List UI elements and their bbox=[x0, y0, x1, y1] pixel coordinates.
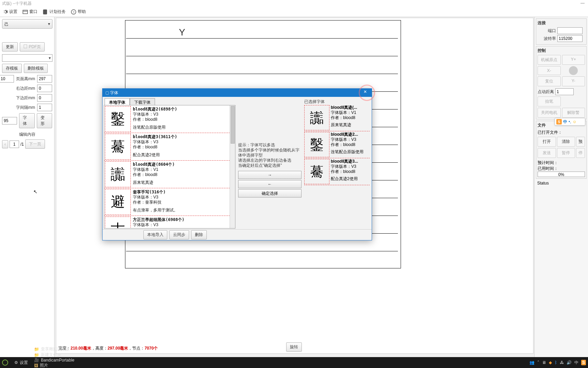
y-plus-button[interactable]: Y+ bbox=[562, 55, 585, 65]
font-item[interactable]: 鑿 blood8真迹2(6898个) 字体版本：V3 作者：blood8 连笔配… bbox=[104, 105, 235, 133]
clear-button[interactable]: 清除 bbox=[557, 137, 575, 147]
font-name: 方正兰亭超细黑体(6908个) bbox=[133, 217, 184, 222]
reset-button[interactable]: 复位 bbox=[538, 76, 561, 86]
local-import-button[interactable]: 本地导入 bbox=[143, 230, 167, 239]
font-note: 原来笔真迹 bbox=[133, 180, 175, 185]
delete-template-button[interactable]: 删除模板 bbox=[24, 64, 48, 73]
font-item[interactable]: 避 奎享手写(316个) 字体版本：V3 作者：奎享科技 有点潦草，多用于测试。 bbox=[104, 188, 235, 216]
x-minus-button[interactable]: X- bbox=[538, 66, 561, 75]
clear-alarm-button[interactable]: 解除警 bbox=[562, 108, 585, 118]
status-label: Status bbox=[536, 180, 587, 186]
toolbar-window[interactable]: 窗口 bbox=[22, 9, 37, 15]
transform-button[interactable]: 变形 bbox=[37, 113, 52, 128]
confirm-select-button[interactable]: 确定选择 bbox=[238, 189, 301, 197]
glyph-preview: 古 bbox=[105, 217, 131, 229]
open-button[interactable]: 打开 bbox=[538, 137, 556, 147]
taskbar-settings[interactable]: ⚙设置 bbox=[14, 360, 28, 366]
ime-emoji-icon[interactable]: ☺ bbox=[573, 119, 577, 124]
jog-input[interactable] bbox=[555, 88, 574, 95]
tray-monitor-icon[interactable]: 🖥 bbox=[542, 360, 546, 365]
font-note: 连笔配合原版使用 bbox=[133, 125, 177, 130]
font-button[interactable]: 字体 bbox=[19, 113, 35, 128]
cloud-sync-button[interactable]: 云同步 bbox=[169, 230, 189, 239]
taskbar-app[interactable]: 🎥BandicamPortable bbox=[34, 358, 75, 363]
send-button[interactable]: 发送 bbox=[538, 148, 556, 158]
stop-button[interactable]: 停 bbox=[576, 148, 585, 158]
font-name: 奎享手写(316个) bbox=[133, 190, 178, 195]
port-input[interactable] bbox=[557, 27, 583, 34]
update-button[interactable]: 更新 bbox=[2, 42, 18, 51]
tray-volume-icon[interactable]: 🔊 bbox=[567, 360, 572, 365]
taskbar-app[interactable]: 🖼照片 bbox=[34, 363, 75, 368]
taskbar[interactable]: ⚙设置 📁奎享雕刻正式版📁新建文件夹🎥BandicamPortable🖼照片⏺B… bbox=[0, 357, 588, 368]
ime-toolbar[interactable]: S 中 •, ☺ bbox=[555, 118, 585, 126]
gear-icon: ⚙ bbox=[14, 360, 18, 365]
tray-sogou-icon[interactable]: S bbox=[581, 360, 586, 365]
char-gap-input[interactable] bbox=[37, 104, 52, 111]
tray-up-icon[interactable]: ˄ bbox=[537, 360, 539, 365]
pause-button[interactable]: 暂停 bbox=[557, 148, 575, 158]
page-total-label: /1 bbox=[20, 142, 24, 147]
dialog-titlebar[interactable]: ▢ 字体 ✕ bbox=[103, 89, 372, 97]
y-minus-button[interactable]: Y- bbox=[562, 76, 585, 86]
font-name: blood8真迹2... bbox=[331, 132, 363, 137]
margin-right-label: 右边距mm bbox=[16, 86, 35, 91]
pen-up-button[interactable]: 抬笔 bbox=[538, 97, 561, 106]
margin-right-input[interactable] bbox=[37, 85, 52, 92]
move-right-button[interactable]: → bbox=[238, 171, 301, 179]
tray-network-icon[interactable]: 🖧 bbox=[560, 360, 564, 365]
toolbar-help[interactable]: ? 帮助 bbox=[71, 9, 86, 15]
selected-font-item[interactable]: 鑿 blood8真迹2... 字体版本：V3 作者：blood8 连笔配合原版使… bbox=[304, 131, 370, 158]
dialog-close-button[interactable]: ✕ bbox=[361, 89, 369, 96]
font-note: 配合真迹2使用 bbox=[331, 176, 358, 181]
home-button[interactable]: 机械原点 bbox=[538, 55, 561, 65]
rotate-button[interactable]: 旋转 bbox=[286, 342, 302, 352]
tray-people-icon[interactable]: 👥 bbox=[529, 360, 535, 365]
motor-off-button[interactable]: 关闭电机 bbox=[538, 108, 561, 118]
tray-ime-label[interactable]: 中 bbox=[574, 360, 578, 366]
taskbar-app[interactable]: 📁奎享雕刻正式版 bbox=[34, 346, 75, 352]
tray-bluetooth-icon[interactable]: ᛒ bbox=[555, 360, 557, 365]
app-icon: 📁 bbox=[34, 353, 39, 357]
page-height-input[interactable] bbox=[37, 75, 52, 83]
scrollbar-thumb[interactable] bbox=[231, 106, 235, 144]
used-time-label: 已用时间： bbox=[538, 166, 585, 172]
taskbar-app[interactable]: 📁新建文件夹 bbox=[34, 352, 75, 358]
toolbar-settings[interactable]: 设置 bbox=[2, 9, 17, 15]
selected-font-list[interactable]: 讟 blood8真迹(... 字体版本：V1 作者：blood8 原来笔真迹 鑿… bbox=[304, 104, 370, 185]
next-page-button[interactable]: 下一页 bbox=[25, 139, 45, 149]
template-combo[interactable]: 己 bbox=[2, 19, 52, 29]
baud-input[interactable] bbox=[557, 35, 583, 42]
toolbar-tasks[interactable]: 计划任务 bbox=[42, 9, 66, 15]
page-width-input[interactable] bbox=[0, 75, 14, 83]
joystick-dot-icon[interactable] bbox=[569, 66, 578, 75]
save-template-button[interactable]: 存模板 bbox=[2, 64, 22, 73]
window-minimize[interactable]: — bbox=[581, 1, 585, 5]
start-button[interactable] bbox=[2, 359, 8, 366]
secondary-combo[interactable] bbox=[2, 54, 52, 62]
selected-font-item[interactable]: 驀 blood8真迹3... 字体版本：V3 作者：blood8 配合真迹2使用 bbox=[304, 158, 370, 185]
ime-sogou-icon[interactable]: S bbox=[556, 119, 562, 124]
page-number-input[interactable] bbox=[10, 141, 19, 148]
system-tray[interactable]: 👥 ˄ 🖥 ◆ ᛒ 🖧 🔊 中 S bbox=[529, 360, 586, 366]
margin-bottom-input[interactable] bbox=[37, 94, 52, 102]
tray-shield-icon[interactable]: ◆ bbox=[549, 360, 552, 365]
prev-page-button[interactable]: ‹ bbox=[2, 140, 8, 148]
scrollbar[interactable] bbox=[230, 105, 235, 228]
pdf-page-button[interactable]: PDF页 bbox=[20, 42, 45, 51]
font-item[interactable]: 讟 blood8真迹(8604个) 字体版本：V1 作者：blood8 原来笔真… bbox=[104, 161, 235, 188]
glyph-preview: 避 bbox=[105, 189, 131, 215]
ime-punct-toggle[interactable]: •, bbox=[569, 119, 571, 124]
selected-font-item[interactable]: 讟 blood8真迹(... 字体版本：V1 作者：blood8 原来笔真迹 bbox=[304, 104, 370, 131]
font-item[interactable]: 驀 blood8真迹3(3611个) 字体版本：V3 作者：blood8 配合真… bbox=[104, 133, 235, 161]
delete-font-button[interactable]: 删除 bbox=[191, 230, 207, 239]
baud-label: 波特率 bbox=[538, 36, 556, 42]
font-item[interactable]: 古 方正兰亭超细黑体(6908个) 字体版本：V3 bbox=[104, 216, 235, 229]
font-list[interactable]: 鑿 blood8真迹2(6898个) 字体版本：V3 作者：blood8 连笔配… bbox=[104, 105, 235, 229]
app-icon: 🎥 bbox=[34, 358, 39, 363]
ime-cn-toggle[interactable]: 中 bbox=[563, 119, 567, 125]
line-height-input[interactable] bbox=[2, 117, 17, 124]
preview-button[interactable]: 预 bbox=[576, 137, 585, 147]
font-author: 作者：blood8 bbox=[133, 145, 177, 150]
move-left-button[interactable]: ← bbox=[238, 180, 301, 188]
